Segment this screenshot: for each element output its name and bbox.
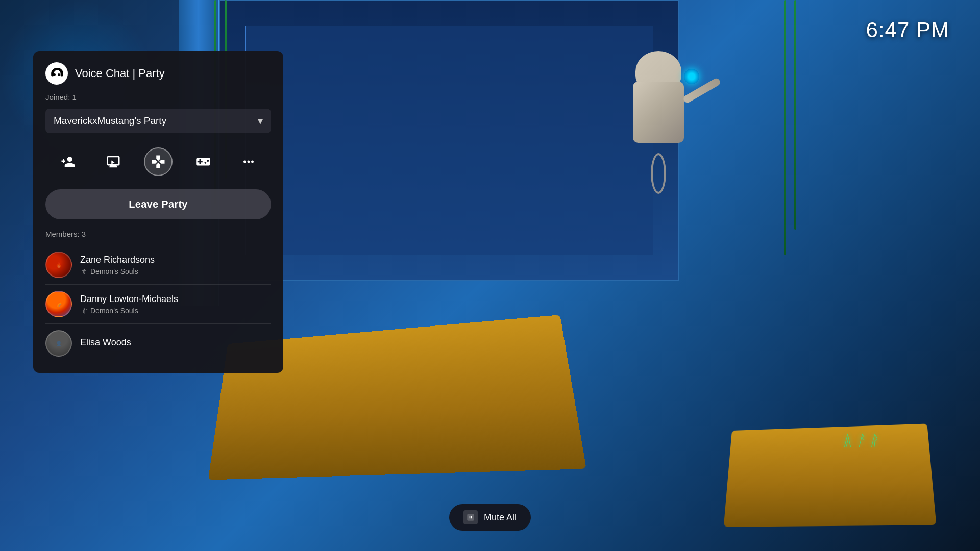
svg-rect-2 (467, 514, 474, 521)
member-item-danny[interactable]: 🌈 Danny Lowton-Michaels 🗡 Demon's Souls (45, 285, 271, 324)
svg-point-1 (58, 73, 60, 76)
robot (602, 41, 715, 235)
members-list: 🔥 Zane Richardsons 🗡 Demon's Souls 🌈 Dan… (45, 245, 271, 363)
mute-all-bar[interactable]: Mute All (449, 504, 531, 531)
screen-share-button[interactable] (99, 147, 128, 176)
party-selector[interactable]: MaverickxMustang's Party ▾ (45, 109, 271, 133)
member-name-elisa: Elisa Woods (80, 337, 271, 348)
more-options-icon (241, 154, 256, 169)
add-friend-button[interactable] (54, 147, 82, 176)
member-item-elisa[interactable]: 👤 Elisa Woods (45, 324, 271, 363)
add-friend-icon (60, 154, 76, 169)
game-icon-zane: 🗡 (80, 267, 87, 276)
member-name-zane: Zane Richardsons (80, 255, 271, 265)
mute-all-label: Mute All (484, 512, 517, 523)
party-name: MaverickxMustang's Party (54, 115, 166, 127)
member-info-danny: Danny Lowton-Michaels 🗡 Demon's Souls (80, 294, 271, 315)
avatar-danny: 🌈 (45, 291, 72, 317)
game-icon-danny: 🗡 (80, 307, 87, 315)
bg-platform-right (724, 423, 937, 527)
panel-header: Voice Chat | Party (33, 51, 283, 93)
headset-icon (50, 67, 63, 80)
controller-icon (151, 154, 166, 169)
screen-share-icon (106, 154, 121, 169)
robot-body (633, 82, 684, 143)
game-share-icon (195, 154, 211, 169)
voice-chat-panel: Voice Chat | Party Joined: 1 MaverickxMu… (33, 51, 283, 373)
bg-wall-panel (245, 26, 653, 255)
member-game-zane: 🗡 Demon's Souls (80, 267, 271, 276)
panel-body: Joined: 1 MaverickxMustang's Party ▾ (33, 93, 283, 373)
robot-spring (651, 153, 666, 194)
panel-icon-wrapper (45, 62, 68, 85)
controller-button[interactable] (144, 147, 173, 176)
member-game-danny: 🗡 Demon's Souls (80, 307, 271, 315)
vine-3 (784, 0, 786, 255)
member-info-elisa: Elisa Woods (80, 337, 271, 350)
svg-point-0 (54, 73, 56, 76)
mute-all-icon (466, 513, 475, 522)
leave-party-button[interactable]: Leave Party (45, 189, 271, 219)
member-name-danny: Danny Lowton-Michaels (80, 294, 271, 305)
chevron-down-icon: ▾ (258, 115, 263, 127)
robot-eye (684, 69, 699, 84)
joined-label: Joined: 1 (45, 93, 271, 102)
member-item-zane[interactable]: 🔥 Zane Richardsons 🗡 Demon's Souls (45, 245, 271, 285)
bg-wall-text: ᚣ ᚨ ᚱ (844, 433, 878, 449)
member-info-zane: Zane Richardsons 🗡 Demon's Souls (80, 255, 271, 276)
more-options-button[interactable] (234, 147, 263, 176)
members-label: Members: 3 (45, 230, 271, 238)
game-share-button[interactable] (189, 147, 217, 176)
mute-icon (463, 510, 478, 524)
avatar-elisa: 👤 (45, 330, 72, 357)
action-icons-row (45, 143, 271, 180)
panel-title: Voice Chat | Party (75, 67, 165, 80)
vine-4 (794, 0, 796, 230)
avatar-zane: 🔥 (45, 252, 72, 278)
clock-display: 6:47 PM (866, 18, 949, 42)
